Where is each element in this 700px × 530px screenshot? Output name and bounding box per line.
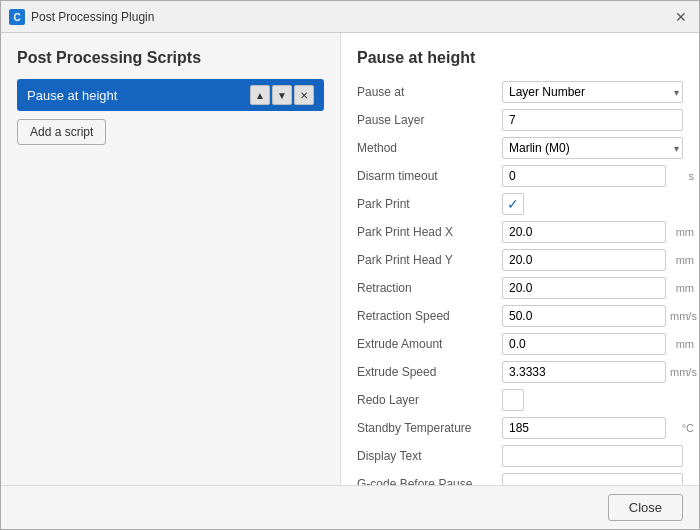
text-input[interactable] (502, 305, 666, 327)
field-label: Park Print (357, 197, 502, 211)
field-label: Park Print Head X (357, 225, 502, 239)
form-row: Park Print Head Ymm (357, 247, 683, 273)
form-row: Pause atLayer Number▾ (357, 79, 683, 105)
field-control: Layer Number▾ (502, 81, 683, 103)
text-input[interactable] (502, 333, 666, 355)
field-control (502, 109, 683, 131)
field-label: Park Print Head Y (357, 253, 502, 267)
form-row: Pause Layer (357, 107, 683, 133)
right-panel-title: Pause at height (357, 49, 683, 67)
field-control: °C (502, 417, 694, 439)
unit-label: s (670, 170, 694, 182)
field-control: s (502, 165, 694, 187)
left-panel-title: Post Processing Scripts (17, 49, 324, 67)
checkbox-small-input[interactable] (502, 389, 524, 411)
field-control: mm (502, 277, 694, 299)
form-row: G-code Before Pause (357, 471, 683, 485)
text-input[interactable] (502, 473, 683, 485)
form-row: Park Print Head Xmm (357, 219, 683, 245)
field-control: mm (502, 333, 694, 355)
field-control (502, 473, 683, 485)
script-down-button[interactable]: ▼ (272, 85, 292, 105)
form-row: Retraction Speedmm/s (357, 303, 683, 329)
script-item[interactable]: Pause at height ▲ ▼ ✕ (17, 79, 324, 111)
field-label: Retraction (357, 281, 502, 295)
form-row: Park Print✓ (357, 191, 683, 217)
add-script-button[interactable]: Add a script (17, 119, 106, 145)
form-row: Retractionmm (357, 275, 683, 301)
text-input[interactable] (502, 445, 683, 467)
unit-label: mm (670, 254, 694, 266)
field-control (502, 389, 683, 411)
text-input[interactable] (502, 165, 666, 187)
field-control: mm (502, 249, 694, 271)
svg-text:C: C (13, 12, 20, 23)
app-icon: C (9, 9, 25, 25)
script-item-buttons: ▲ ▼ ✕ (250, 85, 314, 105)
window: C Post Processing Plugin ✕ Post Processi… (0, 0, 700, 530)
field-label: Standby Temperature (357, 421, 502, 435)
field-control: mm/s (502, 361, 697, 383)
field-label: Display Text (357, 449, 502, 463)
text-input[interactable] (502, 249, 666, 271)
field-label: Disarm timeout (357, 169, 502, 183)
field-control: ✓ (502, 193, 683, 215)
unit-label: mm/s (670, 310, 697, 322)
text-input[interactable] (502, 277, 666, 299)
form-row: Extrude Speedmm/s (357, 359, 683, 385)
script-remove-button[interactable]: ✕ (294, 85, 314, 105)
window-title: Post Processing Plugin (31, 10, 671, 24)
field-control: mm (502, 221, 694, 243)
select-input[interactable]: Layer Number (502, 81, 683, 103)
form-row: Extrude Amountmm (357, 331, 683, 357)
checkbox-input[interactable]: ✓ (502, 193, 524, 215)
field-label: Method (357, 141, 502, 155)
field-label: Pause at (357, 85, 502, 99)
form-row: Display Text (357, 443, 683, 469)
field-label: Extrude Speed (357, 365, 502, 379)
unit-label: mm (670, 226, 694, 238)
left-panel: Post Processing Scripts Pause at height … (1, 33, 341, 485)
unit-label: mm (670, 282, 694, 294)
field-control (502, 445, 683, 467)
field-label: Pause Layer (357, 113, 502, 127)
close-button[interactable]: Close (608, 494, 683, 521)
right-panel: Pause at height Pause atLayer Number▾Pau… (341, 33, 699, 485)
form-row: Standby Temperature°C (357, 415, 683, 441)
form-row: Disarm timeouts (357, 163, 683, 189)
field-control: Marlin (M0)▾ (502, 137, 683, 159)
field-label: G-code Before Pause (357, 477, 502, 485)
unit-label: mm (670, 338, 694, 350)
field-label: Redo Layer (357, 393, 502, 407)
footer: Close (1, 485, 699, 529)
unit-label: mm/s (670, 366, 697, 378)
close-window-button[interactable]: ✕ (671, 7, 691, 27)
unit-label: °C (670, 422, 694, 434)
content-area: Post Processing Scripts Pause at height … (1, 33, 699, 485)
select-wrapper: Marlin (M0)▾ (502, 137, 683, 159)
select-wrapper: Layer Number▾ (502, 81, 683, 103)
form-rows: Pause atLayer Number▾Pause LayerMethodMa… (357, 79, 683, 485)
field-control: mm/s (502, 305, 697, 327)
text-input[interactable] (502, 221, 666, 243)
text-input[interactable] (502, 417, 666, 439)
script-up-button[interactable]: ▲ (250, 85, 270, 105)
text-input[interactable] (502, 109, 683, 131)
text-input[interactable] (502, 361, 666, 383)
select-input[interactable]: Marlin (M0) (502, 137, 683, 159)
field-label: Retraction Speed (357, 309, 502, 323)
titlebar: C Post Processing Plugin ✕ (1, 1, 699, 33)
form-row: Redo Layer (357, 387, 683, 413)
script-item-label: Pause at height (27, 88, 250, 103)
field-label: Extrude Amount (357, 337, 502, 351)
form-row: MethodMarlin (M0)▾ (357, 135, 683, 161)
